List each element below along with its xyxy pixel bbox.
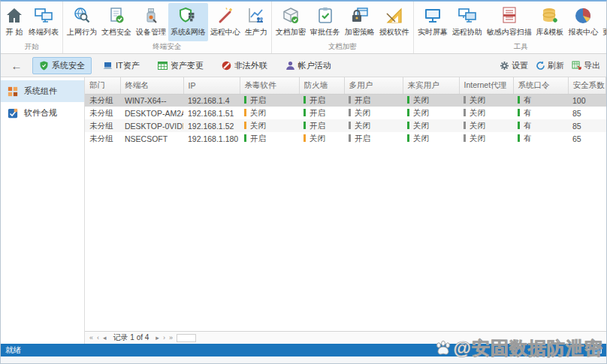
column-header[interactable]: 多用户 xyxy=(344,77,403,94)
cell-guest-user: 关闭 xyxy=(403,94,459,107)
content-area: 部门 终端名 IP 杀毒软件 防火墙 多用户 来宾用户 Internet代理 系… xyxy=(85,77,606,344)
refresh-button[interactable]: 刷新 xyxy=(536,60,564,71)
next-record-button[interactable]: ▸ xyxy=(156,335,159,341)
ribbon-item-label: 生产力 xyxy=(245,27,267,37)
cell-internet-proxy: 关闭 xyxy=(459,94,513,107)
ribbon-item-doc-encrypt[interactable]: 文档加密 xyxy=(273,3,308,41)
web-behavior-icon xyxy=(72,5,92,27)
page-edit-box[interactable] xyxy=(177,334,196,342)
cell-multiuser: 开启 xyxy=(344,94,403,107)
column-header[interactable]: 来宾用户 xyxy=(403,77,459,94)
column-header[interactable]: 防火墙 xyxy=(299,77,344,94)
back-button[interactable]: ← xyxy=(7,59,26,72)
tab-label: 非法外联 xyxy=(234,60,267,71)
remote-center-icon xyxy=(216,5,235,27)
table-row[interactable]: 未分组 NSECSOFT 192.168.1.180 开启 关闭 开启 关闭 关… xyxy=(85,132,606,145)
ribbon-item-system-network[interactable]: 系统&网络 xyxy=(168,3,208,41)
tab-illegal-connection[interactable]: 非法外联 xyxy=(215,57,274,74)
tab-system-security[interactable]: 系统安全 xyxy=(32,57,92,74)
ribbon-item-doc-security[interactable]: 文档安全 xyxy=(99,3,134,41)
window-bottom-margin xyxy=(1,356,606,363)
cell-ip: 192.168.1.52 xyxy=(183,119,240,132)
ribbon-item-library-template[interactable]: 库&模板 xyxy=(534,3,566,41)
it-asset-icon xyxy=(103,61,113,71)
cell-dept: 未分组 xyxy=(85,107,120,119)
column-header[interactable]: 系统口令 xyxy=(513,77,568,94)
table-row[interactable]: 未分组 DESKTOP-0VIDMDJ 192.168.1.52 关闭 开启 关… xyxy=(85,119,606,132)
first-page-button[interactable]: « xyxy=(89,335,93,341)
column-header[interactable]: Internet代理 xyxy=(459,77,513,94)
status-bar-indicator xyxy=(304,134,306,142)
ribbon-item-remote-center[interactable]: 远程中心 xyxy=(208,3,243,41)
ribbon-item-terminal-list[interactable]: 终端列表 xyxy=(26,3,61,41)
cell-firewall: 开启 xyxy=(299,119,344,132)
ribbon-item-remote-assist[interactable]: 远程协助 xyxy=(450,3,485,41)
view-toolbar: ← 系统安全 IT资产 资产变更 非法外联 帐户活动 xyxy=(1,54,606,77)
library-template-icon xyxy=(540,5,560,27)
status-bar-indicator xyxy=(518,109,520,116)
ribbon-item-live-screen[interactable]: 实时屏幕 xyxy=(415,3,450,41)
ribbon-item-web-behavior[interactable]: 上网行为 xyxy=(65,3,99,41)
cell-system-password: 有 xyxy=(513,107,568,119)
column-header[interactable]: IP xyxy=(183,77,240,94)
column-header[interactable]: 终端名 xyxy=(120,77,183,94)
tab-asset-change[interactable]: 资产变更 xyxy=(151,57,210,74)
cell-antivirus: 开启 xyxy=(240,132,299,145)
system-network-icon xyxy=(178,5,198,27)
asset-change-icon xyxy=(158,61,168,71)
last-page-button[interactable]: » xyxy=(169,335,173,341)
prev-record-button[interactable]: ◂ xyxy=(103,335,107,341)
table-row[interactable]: 未分组 WIN7-X64-- 192.168.1.4 开启 开启 开启 关闭 关… xyxy=(85,94,606,107)
ribbon-item-productivity[interactable]: 生产力 xyxy=(243,3,270,41)
column-header[interactable]: 安全系数 xyxy=(568,77,606,94)
tab-account-activity[interactable]: 帐户活动 xyxy=(279,57,338,74)
ribbon-item-device-manage[interactable]: 设备管理 xyxy=(134,3,168,41)
account-activity-icon xyxy=(285,61,295,71)
status-bar-indicator xyxy=(407,96,409,104)
export-button[interactable]: 导出 xyxy=(572,60,600,71)
terminal-list-icon xyxy=(34,5,53,27)
ribbon-item-label: 文档安全 xyxy=(101,27,131,37)
ribbon-item-encrypt-policy[interactable]: 加密策略 xyxy=(343,3,377,41)
table-row[interactable]: 未分组 DESKTOP-AM2AGL3 192.168.1.51 关闭 开启 关… xyxy=(85,107,606,119)
ribbon-item-label: 报表中心 xyxy=(568,27,598,37)
sidebar-item-software-compliance[interactable]: 软件合规 xyxy=(1,102,84,124)
status-bar-indicator xyxy=(304,96,306,104)
settings-button[interactable]: 设置 xyxy=(500,60,528,71)
status-bar-indicator xyxy=(349,134,351,142)
ribbon-item-approval-task[interactable]: 审批任务 xyxy=(308,3,343,41)
resize-grip-icon[interactable] xyxy=(593,347,602,353)
next-group-button[interactable]: › xyxy=(163,335,165,341)
ribbon-item-label: 加密策略 xyxy=(345,27,375,37)
status-bar-indicator xyxy=(518,96,520,104)
ribbon-item-more[interactable]: 更多... xyxy=(600,3,606,41)
status-text: 就绪 xyxy=(5,345,21,356)
action-label: 设置 xyxy=(512,60,528,71)
column-header[interactable]: 部门 xyxy=(85,77,120,94)
action-label: 刷新 xyxy=(548,60,564,71)
ribbon-item-content-scan[interactable]: 敏感内容扫描 xyxy=(485,3,534,41)
ribbon-item-authorized-software[interactable]: 授权软件 xyxy=(377,3,412,41)
action-label: 导出 xyxy=(584,60,600,71)
encrypt-policy-icon xyxy=(350,5,370,27)
ribbon-item-label: 更多... xyxy=(602,27,606,37)
prev-group-button[interactable]: ‹ xyxy=(97,335,99,341)
ribbon-item-label: 系统&网络 xyxy=(171,27,206,37)
cell-antivirus: 开启 xyxy=(240,94,299,107)
cell-terminal-name: DESKTOP-AM2AGL3 xyxy=(120,107,183,119)
cell-internet-proxy: 关闭 xyxy=(459,107,513,119)
status-bar-indicator xyxy=(518,122,520,129)
status-bar-indicator xyxy=(244,109,246,116)
column-header[interactable]: 杀毒软件 xyxy=(240,77,299,94)
terminal-table: 部门 终端名 IP 杀毒软件 防火墙 多用户 来宾用户 Internet代理 系… xyxy=(85,77,606,145)
tab-it-asset[interactable]: IT资产 xyxy=(96,57,146,74)
ribbon-item-report-center[interactable]: 报表中心 xyxy=(566,3,600,41)
view-tabs: 系统安全 IT资产 资产变更 非法外联 帐户活动 xyxy=(32,57,338,74)
ribbon-group-tools: 实时屏幕 远程协助 敏感内容扫描 库&模板 xyxy=(414,2,606,53)
cell-dept: 未分组 xyxy=(85,132,120,145)
ribbon-item-home[interactable]: 开 始 xyxy=(2,3,26,41)
cell-guest-user: 关闭 xyxy=(403,119,459,132)
cell-dept: 未分组 xyxy=(85,94,120,107)
cell-dept: 未分组 xyxy=(85,119,120,132)
sidebar-item-system-components[interactable]: 系统组件 xyxy=(1,80,84,102)
